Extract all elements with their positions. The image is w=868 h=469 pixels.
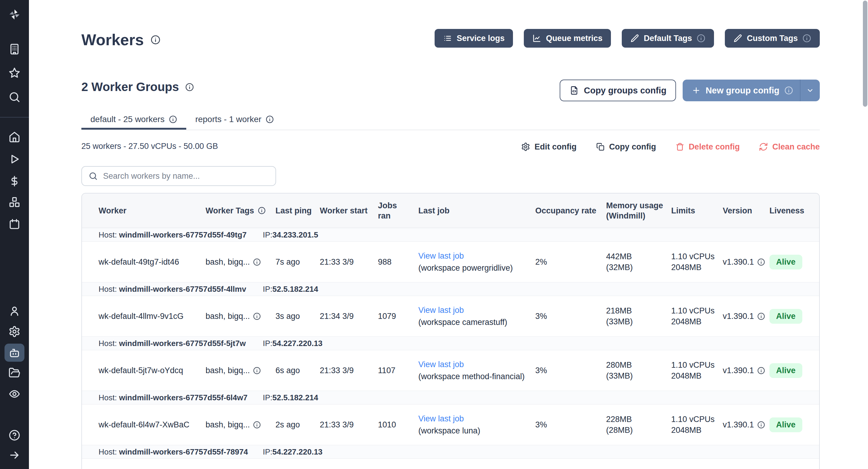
audit-eye-icon[interactable]	[8, 388, 21, 400]
tab-reports[interactable]: reports - 1 worker	[186, 111, 283, 130]
info-icon[interactable]	[757, 367, 765, 375]
worker-row: wk-default-4llmv-9v1cGbash, bigq...3s ag…	[82, 296, 819, 336]
jobs-ran: 988	[378, 257, 418, 267]
info-icon[interactable]	[150, 35, 161, 45]
column-header-memory-usage-windmill: Memory usage (Windmill)	[606, 200, 671, 221]
tab-default[interactable]: default - 25 workers	[82, 111, 186, 130]
worker-tags: bash, bigq...	[206, 257, 276, 267]
host-ip: IP:34.233.201.5	[263, 230, 318, 240]
view-last-job-link[interactable]: View last job	[418, 305, 529, 316]
info-icon[interactable]	[696, 34, 706, 43]
occupancy-rate: 3%	[535, 312, 606, 321]
info-icon[interactable]	[169, 115, 177, 124]
info-icon[interactable]	[253, 258, 261, 266]
sidebar-item-workers[interactable]	[4, 344, 24, 362]
trash-icon	[675, 142, 684, 151]
info-icon[interactable]	[784, 86, 793, 95]
host-row: Host: windmill-workers-67757d55f-78974IP…	[82, 445, 819, 459]
column-header-worker-start: Worker start	[320, 206, 378, 216]
search-icon	[89, 171, 98, 181]
limits: 1.10 vCPUs2048MB	[671, 414, 723, 436]
column-header-jobs-ran: Jobs ran	[378, 200, 418, 221]
info-icon[interactable]	[757, 421, 765, 429]
last-job: View last job(workspace luna)	[418, 413, 535, 436]
search-input[interactable]	[102, 171, 276, 181]
expand-sidebar-arrow-icon[interactable]	[8, 449, 21, 461]
limits: 1.10 vCPUs2048MB	[671, 251, 723, 273]
sidebar-divider	[0, 117, 29, 118]
new-group-config-button[interactable]: New group config	[683, 80, 820, 101]
vertical-scrollbar-thumb[interactable]	[863, 1, 867, 107]
gear-icon	[521, 142, 530, 151]
new-group-config-dropdown[interactable]	[801, 80, 820, 101]
liveness-badge: Alive	[770, 255, 802, 270]
info-icon[interactable]	[757, 258, 765, 266]
settings-gear-icon[interactable]	[8, 325, 21, 338]
worker-search	[82, 166, 276, 186]
worker-row: wk-default-5jt7w-oYdcqbash, bigq...6s ag…	[82, 350, 819, 390]
plus-icon	[692, 86, 701, 95]
host-row: Host: windmill-workers-67757d55f-6l4w7IP…	[82, 390, 819, 405]
service-logs-button[interactable]: Service logs	[435, 29, 513, 48]
chevron-down-icon	[806, 86, 814, 95]
info-icon[interactable]	[258, 207, 266, 215]
runs-play-icon[interactable]	[8, 153, 21, 165]
jobs-ran: 1079	[378, 312, 418, 321]
info-icon[interactable]	[757, 312, 765, 320]
edit-config-button[interactable]: Edit config	[521, 142, 576, 152]
column-header-worker-tags: Worker Tags	[206, 206, 276, 216]
default-tags-button[interactable]: Default Tags	[622, 29, 714, 48]
info-icon[interactable]	[266, 115, 274, 124]
info-icon[interactable]	[253, 421, 261, 429]
schedules-calendar-icon[interactable]	[8, 218, 21, 230]
worker-start: 21:33 3/9	[320, 257, 378, 267]
pencil-icon	[630, 34, 639, 43]
copy-config-button[interactable]: Copy config	[596, 142, 656, 152]
liveness: Alive	[770, 363, 819, 378]
limits: 1.10 vCPUs2048MB	[671, 359, 723, 381]
user-icon[interactable]	[8, 305, 21, 317]
group-buttons: Copy groups config New group config	[560, 80, 820, 101]
last-ping: 6s ago	[276, 366, 320, 375]
occupancy-rate: 3%	[535, 366, 606, 375]
last-ping: 7s ago	[276, 257, 320, 267]
info-icon[interactable]	[253, 312, 261, 320]
view-last-job-link[interactable]: View last job	[418, 359, 529, 370]
page-title: Workers	[82, 31, 161, 49]
queue-metrics-button[interactable]: Queue metrics	[524, 29, 611, 48]
workspace-building-icon[interactable]	[8, 43, 21, 55]
worker-group-tabs: default - 25 workers reports - 1 worker	[82, 111, 820, 130]
liveness-badge: Alive	[770, 309, 802, 324]
info-icon[interactable]	[185, 83, 194, 92]
occupancy-rate: 3%	[535, 420, 606, 430]
info-icon[interactable]	[253, 367, 261, 375]
page-title-text: Workers	[82, 31, 144, 49]
folders-icon[interactable]	[8, 367, 21, 379]
copy-groups-config-button[interactable]: Copy groups config	[560, 80, 676, 101]
memory-usage: 218MB(33MB)	[606, 305, 671, 327]
host-row: Host: windmill-workers-67757d55f-5jt7wIP…	[82, 336, 819, 350]
custom-tags-button[interactable]: Custom Tags	[725, 29, 820, 48]
info-icon[interactable]	[802, 34, 811, 43]
view-last-job-link[interactable]: View last job	[418, 413, 529, 424]
version: v1.390.1	[723, 312, 770, 321]
liveness: Alive	[770, 417, 819, 432]
view-last-job-link[interactable]: View last job	[418, 250, 529, 261]
resources-boxes-icon[interactable]	[8, 196, 21, 208]
last-job: View last job(workspace method-financial…	[418, 359, 535, 382]
memory-usage: 280MB(33MB)	[606, 359, 671, 381]
group-summary: 25 workers - 27.50 vCPUs - 50.00 GB	[82, 142, 218, 151]
favorites-star-icon[interactable]	[8, 67, 21, 79]
version: v1.390.1	[723, 366, 770, 375]
line-chart-icon	[532, 34, 541, 43]
help-icon[interactable]	[8, 429, 21, 441]
delete-config-button[interactable]: Delete config	[675, 142, 740, 152]
windmill-logo[interactable]	[8, 8, 21, 21]
clean-cache-button[interactable]: Clean cache	[759, 142, 820, 152]
last-job: View last job(workspace camerastuff)	[418, 305, 535, 327]
home-icon[interactable]	[8, 131, 21, 143]
dollar-icon[interactable]	[8, 175, 21, 187]
search-icon[interactable]	[8, 91, 21, 103]
worker-name: wk-default-5jt7w-oYdcq	[98, 366, 206, 375]
sidebar	[0, 0, 29, 469]
